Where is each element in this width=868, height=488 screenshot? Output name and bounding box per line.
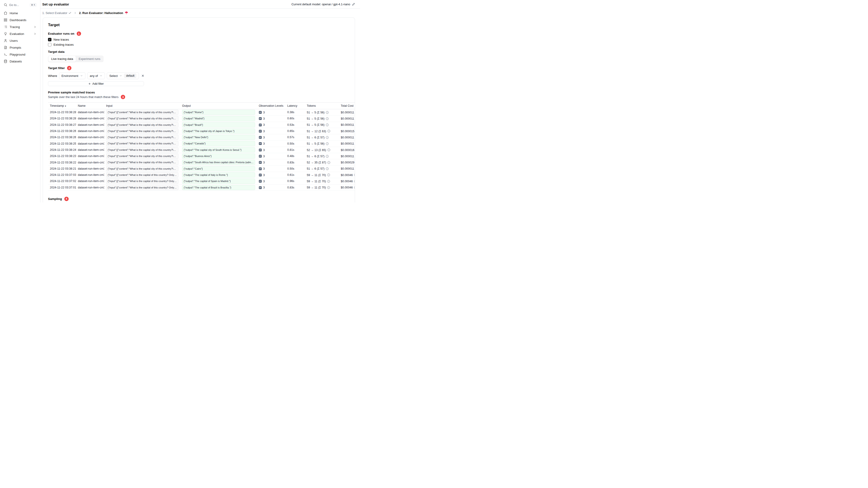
filter-column-select[interactable]: Environment	[59, 72, 86, 79]
column-header-output[interactable]: Output	[180, 103, 257, 109]
tokens-cell: 59 → 11 (Σ 70)i	[305, 184, 339, 191]
table-header-row: Timestamp▼ Name Input Output Observation…	[48, 103, 355, 109]
trace-row[interactable]: 2024-11-22 03:38:28dataset-run-item-cm3s…	[48, 109, 355, 116]
name-cell: dataset-run-item-cm3s4	[76, 184, 104, 191]
step-select-evaluator[interactable]: 1. Select Evaluator	[42, 11, 71, 15]
trace-row[interactable]: 2024-11-22 03:37:01dataset-run-item-cm3s…	[48, 184, 355, 191]
tokens-cell: 51 → 5 (Σ 56)i	[305, 109, 339, 116]
total-cost-cell: $0.000029i	[339, 159, 355, 165]
preview-title: Preview sample matched traces	[48, 91, 350, 94]
where-label: Where	[48, 74, 57, 77]
app-root: Go to... ⌘ K Home Dashboards Tracing	[0, 0, 360, 202]
sidebar-item-tracing[interactable]: Tracing	[2, 24, 38, 30]
column-header-input[interactable]: Input	[104, 103, 180, 109]
new-traces-checkbox-row[interactable]: ✓ New traces	[48, 38, 350, 41]
latency-cell: 0.81s	[285, 147, 305, 153]
column-header-timestamp[interactable]: Timestamp▼	[48, 103, 76, 109]
preview-subtitle: Sample over the last 24 hours that match…	[48, 95, 119, 99]
info-icon: i	[326, 136, 329, 139]
tab-experiment-runs[interactable]: Experiment runs	[76, 56, 103, 62]
total-cost-cell: $0.000011i	[339, 140, 355, 147]
trace-row[interactable]: 2024-11-22 03:38:23dataset-run-item-cm3s…	[48, 153, 355, 159]
input-cell: {"input":[{"content":"What is the capita…	[104, 178, 180, 184]
column-header-observation-levels[interactable]: Observation Levels	[257, 103, 285, 109]
chevron-right-icon	[33, 26, 36, 29]
timestamp-cell: 2024-11-22 03:37:02	[48, 178, 76, 184]
column-header-tokens[interactable]: Tokens	[305, 103, 339, 109]
timestamp-cell: 2024-11-22 03:38:22	[48, 159, 76, 165]
existing-traces-checkbox[interactable]	[48, 43, 52, 46]
trace-row[interactable]: 2024-11-22 03:37:03dataset-run-item-cm3s…	[48, 172, 355, 178]
name-cell: dataset-run-item-cm3s4	[76, 109, 104, 116]
filter-operator-select[interactable]: any of	[87, 72, 105, 79]
total-cost-cell: $0.000011i	[339, 116, 355, 122]
remove-filter-icon[interactable]	[141, 74, 145, 78]
tracing-icon	[4, 25, 7, 29]
sidebar-item-prompts[interactable]: Prompts	[2, 44, 38, 51]
info-icon: i	[354, 173, 355, 176]
sidebar-item-playground[interactable]: Playground	[2, 51, 38, 58]
step-1-label: 1. Select Evaluator	[42, 11, 67, 15]
timestamp-cell: 2024-11-22 03:37:03	[48, 172, 76, 178]
sidebar-item-users[interactable]: Users	[2, 37, 38, 44]
column-header-total-cost[interactable]: Total Cost	[339, 103, 355, 109]
observation-levels-icon	[259, 111, 262, 114]
timestamp-cell: 2024-11-22 03:37:01	[48, 184, 76, 191]
chevron-right-icon	[33, 32, 36, 35]
trace-row[interactable]: 2024-11-22 03:38:25dataset-run-item-cm3s…	[48, 140, 355, 147]
trace-row[interactable]: 2024-11-22 03:38:28dataset-run-item-cm3s…	[48, 116, 355, 122]
info-icon: i	[326, 111, 329, 114]
chevron-down-icon	[119, 74, 122, 77]
trace-row[interactable]: 2024-11-22 03:38:27dataset-run-item-cm3s…	[48, 122, 355, 128]
info-icon: i	[327, 186, 330, 189]
sidebar-item-evaluation[interactable]: Evaluation	[2, 30, 38, 37]
sidebar-item-label: Prompts	[10, 46, 21, 50]
existing-traces-checkbox-row[interactable]: Existing traces	[48, 43, 350, 46]
input-cell: {"input":[{"content":"What is the capita…	[104, 153, 180, 159]
observation-levels-icon	[259, 117, 262, 120]
edit-model-icon[interactable]	[352, 3, 355, 6]
input-cell: {"input":[{"content":"What is the capita…	[104, 134, 180, 140]
observation-levels-icon	[259, 180, 262, 183]
trace-row[interactable]: 2024-11-22 03:38:26dataset-run-item-cm3s…	[48, 128, 355, 134]
total-cost-cell: $0.000015i	[339, 128, 355, 134]
trace-row[interactable]: 2024-11-22 03:38:26dataset-run-item-cm3s…	[48, 134, 355, 140]
column-header-latency[interactable]: Latency	[285, 103, 305, 109]
input-cell: {"input":[{"content":"What is the capita…	[104, 128, 180, 134]
add-filter-button[interactable]: Add filter	[48, 81, 144, 86]
tokens-cell: 51 → 6 (Σ 57)i	[305, 165, 339, 172]
step-run-evaluator: 2. Run Evaluator: Hallucination	[79, 11, 128, 15]
info-icon: i	[326, 155, 329, 158]
tab-live-tracing-data[interactable]: Live tracing data	[49, 56, 76, 62]
column-header-name[interactable]: Name	[76, 103, 104, 109]
timestamp-cell: 2024-11-22 03:38:21	[48, 165, 76, 172]
prompts-icon	[4, 46, 7, 50]
sidebar-item-home[interactable]: Home	[2, 10, 38, 17]
trace-row[interactable]: 2024-11-22 03:37:02dataset-run-item-cm3s…	[48, 178, 355, 184]
trace-row[interactable]: 2024-11-22 03:38:21dataset-run-item-cm3s…	[48, 165, 355, 172]
trace-row[interactable]: 2024-11-22 03:38:22dataset-run-item-cm3s…	[48, 159, 355, 165]
trace-row[interactable]: 2024-11-22 03:38:24dataset-run-item-cm3s…	[48, 147, 355, 153]
output-cell: {"output":"The capital city of South Kor…	[180, 147, 257, 153]
filter-value-select[interactable]: Select default	[107, 72, 139, 79]
goto-search[interactable]: Go to... ⌘ K	[2, 2, 38, 8]
observation-levels-cell: 3	[257, 153, 285, 159]
sidebar-item-dashboards[interactable]: Dashboards	[2, 17, 38, 24]
page-title: Set up evaluator	[42, 2, 69, 6]
observation-levels-cell: 3	[257, 140, 285, 147]
new-traces-checkbox[interactable]: ✓	[48, 38, 52, 41]
filter-value-chip: default	[124, 73, 136, 78]
dashboards-icon	[4, 18, 7, 22]
input-cell: {"input":[{"content":"What is the capita…	[104, 116, 180, 122]
output-cell: {"output":"Cairo"}	[180, 165, 257, 172]
latency-cell: 0.65s	[285, 128, 305, 134]
sidebar-item-label: Datasets	[10, 60, 22, 63]
output-cell: {"output":"The capital of Italy is Rome.…	[180, 172, 257, 178]
info-icon: i	[328, 149, 330, 151]
check-icon	[68, 11, 71, 14]
topbar: Set up evaluator Current default model: …	[40, 0, 360, 9]
latency-cell: 0.48s	[285, 153, 305, 159]
chevron-down-icon	[80, 74, 83, 77]
sidebar-item-label: Evaluation	[10, 32, 24, 36]
sidebar-item-datasets[interactable]: Datasets	[2, 58, 38, 65]
